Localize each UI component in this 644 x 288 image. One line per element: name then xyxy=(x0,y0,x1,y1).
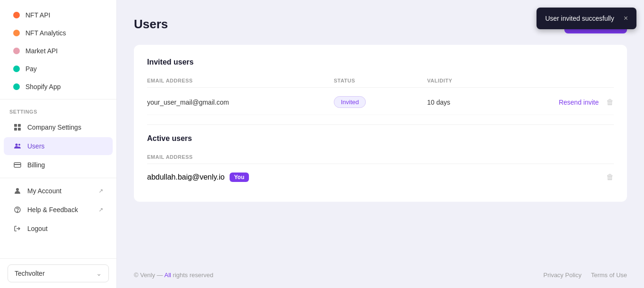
billing-icon xyxy=(13,161,22,169)
footer: © Venly — All rights reserved Privacy Po… xyxy=(117,262,644,288)
sidebar-item-label: Shopify App xyxy=(25,83,61,91)
actions-cell: Resend invite 🗑 xyxy=(520,98,614,107)
pay-dot xyxy=(13,66,20,72)
svg-rect-1 xyxy=(18,124,21,127)
active-user-email: abdullah.baig@venly.io xyxy=(147,173,225,181)
privacy-policy-link[interactable]: Privacy Policy xyxy=(544,272,582,279)
external-link-icon2: ↗ xyxy=(99,206,103,213)
sidebar-item-market-api[interactable]: Market API xyxy=(4,42,113,59)
active-table-header: EMAIL ADDRESS xyxy=(147,150,614,164)
invited-table-row: your_user_mail@gmail.com Invited 10 days… xyxy=(147,90,614,115)
active-actions-col-header xyxy=(458,154,614,160)
settings-section-label: SETTINGS xyxy=(0,103,116,117)
sidebar-item-label: Market API xyxy=(25,47,58,55)
active-actions-cell: 🗑 xyxy=(458,173,614,181)
active-section-title: Active users xyxy=(147,134,614,143)
sidebar: NFT API NFT Analytics Market API Pay Sho… xyxy=(0,0,117,288)
invited-section-title: Invited users xyxy=(147,58,614,66)
company-name: Techvolter xyxy=(15,270,45,277)
logout-icon xyxy=(13,224,22,233)
company-selector[interactable]: Techvolter ⌄ xyxy=(8,264,109,282)
section-divider xyxy=(147,124,614,125)
sidebar-item-label: Logout xyxy=(27,225,48,232)
invited-email: your_user_mail@gmail.com xyxy=(147,99,334,106)
svg-point-10 xyxy=(17,211,17,212)
status-badge: Invited xyxy=(334,96,366,108)
sidebar-item-label: Users xyxy=(27,142,45,150)
validity-col-header: VALIDITY xyxy=(427,78,520,83)
sidebar-item-label: NFT API xyxy=(25,11,50,19)
you-badge: You xyxy=(230,173,249,182)
sidebar-item-company-settings[interactable]: Company Settings xyxy=(4,118,113,136)
toast-message: User invited succesfully xyxy=(545,15,614,22)
sidebar-item-label: My Account xyxy=(27,187,61,195)
active-email-col-header: EMAIL ADDRESS xyxy=(147,154,458,160)
footer-copyright: © Venly — All rights reserved xyxy=(134,272,214,279)
sidebar-item-label: NFT Analytics xyxy=(25,29,66,37)
sidebar-nav: NFT API NFT Analytics Market API Pay Sho… xyxy=(0,0,116,258)
invited-table-header: EMAIL ADDRESS STATUS VALIDITY xyxy=(147,74,614,88)
svg-rect-3 xyxy=(18,128,21,131)
sidebar-item-nft-api[interactable]: NFT API xyxy=(4,7,113,24)
svg-point-8 xyxy=(16,188,19,191)
active-table-row: abdullah.baig@venly.io You 🗑 xyxy=(147,166,614,189)
nft-api-dot xyxy=(13,12,20,18)
svg-point-4 xyxy=(16,144,18,146)
sidebar-bottom: Techvolter ⌄ xyxy=(0,258,116,288)
help-icon xyxy=(13,206,22,214)
users-icon xyxy=(13,142,22,150)
sidebar-item-label: Help & Feedback xyxy=(27,206,78,214)
sidebar-item-users[interactable]: Users xyxy=(4,137,113,155)
svg-rect-2 xyxy=(14,128,17,131)
terms-of-use-link[interactable]: Terms of Use xyxy=(591,272,627,279)
nft-analytics-dot xyxy=(13,30,20,36)
svg-point-5 xyxy=(18,144,20,146)
sidebar-item-label: Billing xyxy=(27,161,45,169)
market-api-dot xyxy=(13,48,20,54)
sidebar-divider2 xyxy=(0,178,116,178)
toast-close-button[interactable]: × xyxy=(624,14,628,23)
main-content: User invited succesfully × Users 👤 Invit… xyxy=(117,0,644,288)
external-link-icon: ↗ xyxy=(99,188,103,194)
sidebar-item-logout[interactable]: Logout xyxy=(4,220,113,238)
sidebar-item-pay[interactable]: Pay xyxy=(4,60,113,77)
footer-links: Privacy Policy Terms of Use xyxy=(544,272,627,279)
email-col-header: EMAIL ADDRESS xyxy=(147,78,334,83)
sidebar-item-my-account[interactable]: My Account ↗ xyxy=(4,182,113,200)
delete-active-button[interactable]: 🗑 xyxy=(606,173,614,181)
resend-invite-button[interactable]: Resend invite xyxy=(559,99,599,106)
svg-rect-7 xyxy=(14,164,21,165)
person-icon xyxy=(13,187,22,195)
status-col-header: STATUS xyxy=(334,78,427,83)
sidebar-item-label: Company Settings xyxy=(27,123,81,131)
status-cell: Invited xyxy=(334,96,427,108)
sidebar-divider xyxy=(0,99,116,99)
grid-icon xyxy=(13,123,22,132)
page-title: Users xyxy=(134,17,168,32)
sidebar-item-nft-analytics[interactable]: NFT Analytics xyxy=(4,25,113,41)
toast-notification: User invited succesfully × xyxy=(537,8,636,29)
sidebar-item-billing[interactable]: Billing xyxy=(4,156,113,174)
actions-col-header xyxy=(520,78,614,83)
delete-invited-button[interactable]: 🗑 xyxy=(606,98,614,107)
sidebar-item-help[interactable]: Help & Feedback ↗ xyxy=(4,201,113,219)
active-email-cell: abdullah.baig@venly.io You xyxy=(147,173,458,182)
shopify-dot xyxy=(13,83,20,90)
main-inner: Users 👤 Invite user Invited users EMAIL … xyxy=(117,0,644,262)
chevron-down-icon: ⌄ xyxy=(96,270,102,277)
sidebar-item-shopify[interactable]: Shopify App xyxy=(4,78,113,95)
sidebar-item-label: Pay xyxy=(25,65,37,73)
svg-rect-0 xyxy=(14,124,17,127)
users-card: Invited users EMAIL ADDRESS STATUS VALID… xyxy=(134,45,627,202)
validity-cell: 10 days xyxy=(427,99,520,106)
